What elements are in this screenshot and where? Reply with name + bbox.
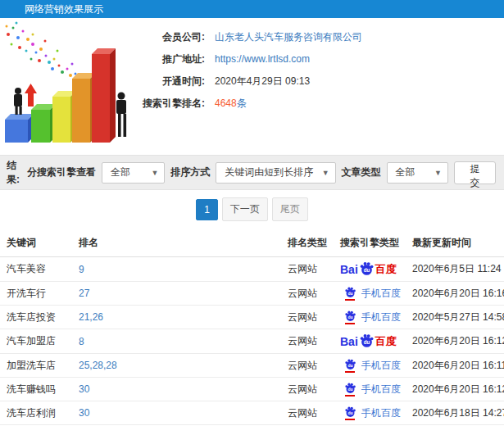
updated-time-cell: 2020年6月20日 16:12 bbox=[406, 329, 504, 354]
col-header-rank: 排名 bbox=[72, 229, 281, 257]
engine-cell: du 手机百度 bbox=[334, 378, 406, 401]
updated-time-cell: 2020年6月20日 16:11 bbox=[406, 354, 504, 378]
col-header-updated: 最新更新时间 bbox=[406, 229, 504, 257]
engine-select-value: 全部 bbox=[111, 165, 130, 179]
sort-select[interactable]: 关键词由短到长排序 ▼ bbox=[216, 162, 335, 184]
keyword-cell: 汽车美容 bbox=[0, 257, 72, 282]
rank-type-cell: 云网站 bbox=[281, 401, 334, 425]
engine-filter-label: 分搜索引擎查看 bbox=[27, 165, 96, 179]
chevron-down-icon: ▼ bbox=[322, 169, 329, 177]
svg-text:du: du bbox=[347, 410, 352, 415]
sort-select-value: 关键词由短到长排序 bbox=[225, 165, 313, 179]
page-title: 网络营销效果展示 bbox=[25, 3, 103, 15]
submit-button[interactable]: 提交 bbox=[454, 161, 496, 184]
person-left bbox=[14, 88, 22, 115]
rank-cell[interactable]: 9 bbox=[72, 257, 281, 282]
updated-time-cell: 2020年5月27日 14:58 bbox=[406, 306, 504, 329]
updated-time-cell: 2020年6月20日 16:16 bbox=[406, 282, 504, 306]
rank-type-cell: 云网站 bbox=[281, 329, 334, 354]
page-button-current[interactable]: 1 bbox=[196, 199, 218, 220]
info-fields: 会员公司: 山东老人头汽车服务咨询有限公司 推广地址: https://www.… bbox=[138, 18, 504, 155]
rank-cell[interactable]: 8 bbox=[72, 329, 281, 354]
company-name[interactable]: 山东老人头汽车服务咨询有限公司 bbox=[215, 30, 362, 43]
engine-cell: du 手机百度 bbox=[334, 306, 406, 329]
person-right bbox=[116, 93, 126, 138]
rank-unit[interactable]: 条 bbox=[237, 97, 247, 109]
article-type-select[interactable]: 全部 ▼ bbox=[387, 162, 448, 184]
mobile-baidu-paw-icon: du bbox=[343, 382, 356, 397]
article-type-select-value: 全部 bbox=[396, 165, 415, 179]
col-header-engine-type: 搜索引擎类型 bbox=[334, 229, 406, 257]
svg-text:du: du bbox=[347, 387, 352, 392]
engine-cell: Bai du 百度 bbox=[334, 257, 406, 282]
open-time-value: 2020年4月29日 09:13 bbox=[215, 75, 310, 88]
sort-filter-label: 排序方式 bbox=[170, 165, 210, 179]
updated-time-cell: 2020年6月5日 11:24 bbox=[406, 257, 504, 282]
rank-type-cell: 云网站 bbox=[281, 378, 334, 401]
keyword-cell: 洗车店投资 bbox=[0, 306, 72, 329]
engine-cell: du 手机百度 bbox=[334, 401, 406, 425]
updated-time-cell: 2020年6月18日 14:27 bbox=[406, 401, 504, 425]
mobile-baidu-paw-icon: du bbox=[343, 406, 356, 420]
info-section: 会员公司: 山东老人头汽车服务咨询有限公司 推广地址: https://www.… bbox=[0, 18, 504, 155]
filter-bar: 结果: 分搜索引擎查看 全部 ▼ 排序方式 关键词由短到长排序 ▼ 文章类型 全… bbox=[0, 155, 504, 190]
mobile-baidu-paw-icon: du bbox=[343, 286, 356, 301]
rank-cell[interactable]: 30 bbox=[72, 401, 281, 425]
engine-rank-value: 4648条 bbox=[215, 97, 247, 110]
last-page-button[interactable]: 尾页 bbox=[272, 197, 308, 221]
svg-text:du: du bbox=[347, 363, 352, 368]
updated-time-cell: 2020年6月20日 16:12 bbox=[406, 378, 504, 401]
baidu-paw-icon: du bbox=[359, 261, 375, 276]
keyword-cell: 加盟洗车店 bbox=[0, 354, 72, 378]
results-table: 关键词 排名 排名类型 搜索引擎类型 最新更新时间 汽车美容 9 云网站 Bai… bbox=[0, 229, 504, 426]
table-header-row: 关键词 排名 排名类型 搜索引擎类型 最新更新时间 bbox=[0, 229, 504, 257]
pagination: 1 下一页 尾页 bbox=[0, 190, 504, 229]
next-page-button[interactable]: 下一页 bbox=[222, 197, 268, 221]
engine-cell: du 手机百度 bbox=[334, 354, 406, 378]
rank-type-cell: 云网站 bbox=[281, 354, 334, 378]
rank-count: 4648 bbox=[215, 97, 237, 109]
mobile-baidu-logo: du 手机百度 bbox=[340, 310, 401, 324]
baidu-paw-icon: du bbox=[359, 333, 375, 348]
engine-rank-label: 搜索引擎排名: bbox=[138, 97, 205, 110]
filter-controls: 分搜索引擎查看 全部 ▼ 排序方式 关键词由短到长排序 ▼ 文章类型 全部 ▼ … bbox=[27, 161, 496, 184]
promo-url-link[interactable]: https://www.lrtlsd.com bbox=[215, 52, 310, 66]
svg-text:du: du bbox=[363, 339, 370, 345]
keyword-cell: 汽车加盟店 bbox=[0, 329, 72, 354]
company-label: 会员公司: bbox=[138, 30, 205, 43]
mobile-baidu-logo: du 手机百度 bbox=[340, 406, 401, 420]
mobile-baidu-paw-icon: du bbox=[343, 310, 356, 324]
table-row: 汽车美容 9 云网站 Bai du 百度 2020年6月5日 11:24 bbox=[0, 257, 504, 282]
bar-chart-illustration bbox=[0, 18, 138, 155]
rank-cell[interactable]: 25,28,28 bbox=[72, 354, 281, 378]
page-header: 网络营销效果展示 bbox=[0, 0, 504, 18]
keyword-cell: 洗车赚钱吗 bbox=[0, 378, 72, 401]
open-time-label: 开通时间: bbox=[138, 75, 205, 88]
rank-type-cell: 云网站 bbox=[281, 282, 334, 306]
confetti-dots bbox=[6, 22, 77, 78]
table-row: 洗车店利润 30 云网站 du 手机百度 2020年6月18日 14:27 bbox=[0, 401, 504, 425]
mobile-baidu-logo: du 手机百度 bbox=[340, 358, 401, 373]
table-row: 洗车店投资 21,26 云网站 du 手机百度 2020年5月27日 14:58 bbox=[0, 306, 504, 329]
engine-cell: Bai du 百度 bbox=[334, 329, 406, 354]
baidu-logo: Bai du 百度 bbox=[340, 333, 397, 349]
growth-chart-graphic bbox=[0, 18, 138, 155]
up-arrow-icon bbox=[25, 84, 37, 106]
type-filter-label: 文章类型 bbox=[342, 165, 381, 179]
chevron-down-icon: ▼ bbox=[434, 169, 442, 177]
rank-type-cell: 云网站 bbox=[281, 257, 334, 282]
table-row: 开洗车行 27 云网站 du 手机百度 2020年6月20日 16:16 bbox=[0, 282, 504, 306]
col-header-keyword: 关键词 bbox=[0, 229, 72, 257]
promo-url-label: 推广地址: bbox=[138, 52, 205, 66]
svg-text:du: du bbox=[347, 291, 352, 296]
svg-text:du: du bbox=[347, 315, 352, 320]
rank-type-cell: 云网站 bbox=[281, 306, 334, 329]
rank-cell[interactable]: 27 bbox=[72, 282, 281, 306]
engine-select[interactable]: 全部 ▼ bbox=[102, 162, 165, 184]
keyword-cell: 洗车店利润 bbox=[0, 401, 72, 425]
col-header-rank-type: 排名类型 bbox=[281, 229, 334, 257]
mobile-baidu-logo: du 手机百度 bbox=[340, 382, 401, 397]
chevron-down-icon: ▼ bbox=[151, 169, 158, 177]
rank-cell[interactable]: 21,26 bbox=[72, 306, 281, 329]
rank-cell[interactable]: 30 bbox=[72, 378, 281, 401]
